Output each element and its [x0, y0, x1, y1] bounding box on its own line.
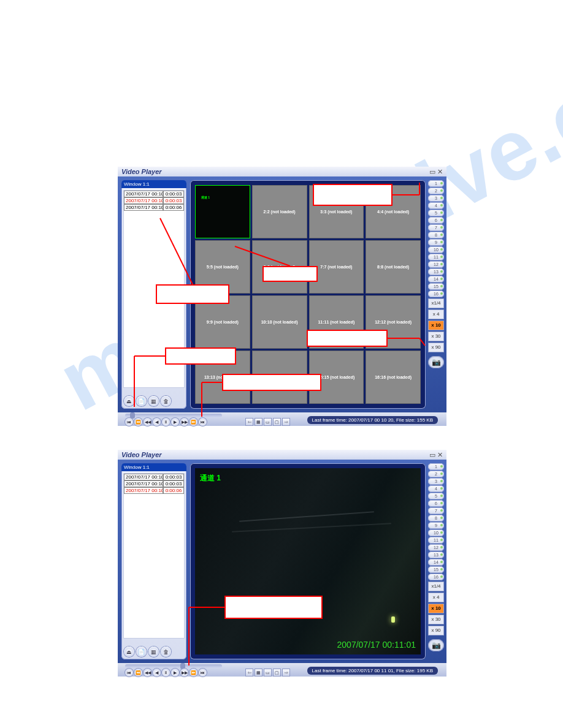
delete-button[interactable]: 🗑 — [161, 396, 171, 406]
prev-layout-button[interactable]: ⇦ — [245, 669, 253, 677]
file-row[interactable]: 2007/07/17 00:10:17 0:00:03 — [124, 197, 184, 204]
speed-4[interactable]: x 4 — [428, 309, 444, 319]
single-layout-button[interactable]: ▢ — [273, 418, 281, 426]
channel-6[interactable]: 6 — [428, 217, 444, 224]
channel-10[interactable]: 10 — [428, 246, 444, 253]
speed-30[interactable]: x 30 — [428, 332, 444, 341]
play-button[interactable]: ▶ — [171, 418, 179, 426]
speed-10[interactable]: x 10 — [428, 320, 444, 330]
window-control-icons[interactable]: ▭ ✕ — [429, 450, 443, 460]
channel-3[interactable]: 3 — [428, 195, 444, 202]
back-fast-button[interactable]: ◀◀ — [144, 418, 151, 426]
channel-12[interactable]: 12 — [428, 261, 444, 268]
channel-15[interactable]: 15 — [428, 566, 444, 573]
tile-10[interactable]: 10:10 (not loaded) — [252, 295, 307, 349]
grid-button[interactable]: ▦ — [148, 396, 159, 406]
seek-bar[interactable] — [125, 664, 222, 668]
tile-label: 12:12 (not loaded) — [375, 320, 412, 324]
speed-90[interactable]: x 90 — [428, 626, 444, 635]
channel-14[interactable]: 14 — [428, 559, 444, 566]
pause-button[interactable]: ⏸ — [162, 418, 170, 426]
speed-4[interactable]: x 4 — [428, 593, 444, 602]
file-row[interactable]: 2007/07/17 00:10:10 0:00:03 — [124, 191, 184, 197]
file-row[interactable]: 2007/07/17 00:10:54 0:00:06 — [124, 487, 184, 494]
pause-button[interactable]: ⏸ — [162, 669, 170, 677]
speed-90[interactable]: x 90 — [428, 343, 444, 352]
channel-9[interactable]: 9 — [428, 522, 444, 529]
video-image — [195, 468, 421, 654]
snapshot-button[interactable]: 📷 — [428, 639, 444, 651]
channel-8[interactable]: 8 — [428, 232, 444, 238]
channel-5[interactable]: 5 — [428, 210, 444, 216]
first-button[interactable]: ⏮ — [125, 418, 133, 426]
eject-button[interactable]: ⏏ — [124, 396, 134, 406]
channel-7[interactable]: 7 — [428, 507, 444, 514]
file-row[interactable]: 2007/07/17 00:10:54 0:00:06 — [124, 204, 184, 211]
grid-layout-button[interactable]: ▦ — [255, 669, 262, 677]
channel-10[interactable]: 10 — [428, 529, 444, 536]
ffwd-button[interactable]: ⏩ — [190, 418, 197, 426]
channel-4[interactable]: 4 — [428, 202, 444, 209]
rewind-button[interactable]: ⏪ — [134, 418, 142, 426]
tile-label: 4:4 (not loaded) — [377, 210, 409, 214]
channel-2[interactable]: 2 — [428, 188, 444, 194]
rewind-button[interactable]: ⏪ — [134, 669, 142, 677]
wide-layout-button[interactable]: ▭ — [264, 669, 272, 677]
channel-13[interactable]: 13 — [428, 552, 444, 558]
delete-button[interactable]: 🗑 — [161, 646, 171, 657]
open-button[interactable]: 📄 — [136, 396, 147, 406]
speed-10[interactable]: x 10 — [428, 604, 444, 613]
channel-1[interactable]: 1 — [428, 463, 444, 470]
tile-8[interactable]: 8:8 (not loaded) — [366, 240, 421, 294]
open-button[interactable]: 📄 — [136, 646, 147, 657]
video-frame[interactable]: 通道 1 2007/07/17 00:11:01 — [195, 468, 421, 654]
channel-9[interactable]: 9 — [428, 239, 444, 246]
speed-1-4[interactable]: x1/4 — [428, 582, 444, 591]
channel-3[interactable]: 3 — [428, 478, 444, 485]
seek-bar[interactable] — [125, 414, 222, 417]
grid-layout-button[interactable]: ▦ — [255, 418, 262, 426]
channel-11[interactable]: 11 — [428, 254, 444, 260]
channel-11[interactable]: 11 — [428, 537, 444, 544]
channel-4[interactable]: 4 — [428, 485, 444, 492]
channel-2[interactable]: 2 — [428, 471, 444, 477]
fwd-button[interactable]: ▶▶ — [180, 418, 188, 426]
snapshot-button[interactable]: 📷 — [428, 356, 444, 368]
last-button[interactable]: ⏭ — [199, 669, 207, 677]
fwd-button[interactable]: ▶▶ — [180, 669, 188, 677]
back-button[interactable]: ◀ — [153, 669, 161, 677]
grid-button[interactable]: ▦ — [148, 646, 159, 657]
channel-14[interactable]: 14 — [428, 276, 444, 282]
channel-6[interactable]: 6 — [428, 500, 444, 507]
channel-7[interactable]: 7 — [428, 224, 444, 231]
tile-16[interactable]: 16:16 (not loaded) — [366, 351, 421, 404]
single-layout-button[interactable]: ▢ — [273, 669, 281, 677]
speed-30[interactable]: x 30 — [428, 615, 444, 624]
tile-2[interactable]: 2:2 (not loaded) — [252, 185, 307, 238]
back-fast-button[interactable]: ◀◀ — [144, 669, 151, 677]
tile-1[interactable]: 通道 1 — [195, 185, 250, 238]
channel-13[interactable]: 13 — [428, 268, 444, 275]
channel-16[interactable]: 16 — [428, 574, 444, 580]
eject-button[interactable]: ⏏ — [124, 646, 134, 657]
channel-15[interactable]: 15 — [428, 283, 444, 290]
speed-1-4[interactable]: x1/4 — [428, 298, 444, 308]
ffwd-button[interactable]: ⏩ — [190, 669, 197, 677]
prev-layout-button[interactable]: ⇦ — [245, 418, 253, 426]
wide-layout-button[interactable]: ▭ — [264, 418, 272, 426]
next-layout-button[interactable]: ⇨ — [282, 669, 290, 677]
last-button[interactable]: ⏭ — [199, 418, 207, 426]
file-row[interactable]: 2007/07/17 00:10:10 0:00:03 — [124, 474, 184, 480]
channel-8[interactable]: 8 — [428, 515, 444, 521]
channel-5[interactable]: 5 — [428, 493, 444, 499]
channel-16[interactable]: 16 — [428, 290, 444, 297]
channel-12[interactable]: 12 — [428, 544, 444, 551]
first-button[interactable]: ⏮ — [125, 669, 133, 677]
window-control-icons[interactable]: ▭ ✕ — [429, 167, 443, 176]
back-button[interactable]: ◀ — [153, 418, 161, 426]
callout-box — [307, 330, 388, 347]
file-row[interactable]: 2007/07/17 00:10:17 0:00:03 — [124, 480, 184, 487]
next-layout-button[interactable]: ⇨ — [282, 418, 290, 426]
channel-1[interactable]: 1 — [428, 180, 444, 187]
play-button[interactable]: ▶ — [171, 669, 179, 677]
